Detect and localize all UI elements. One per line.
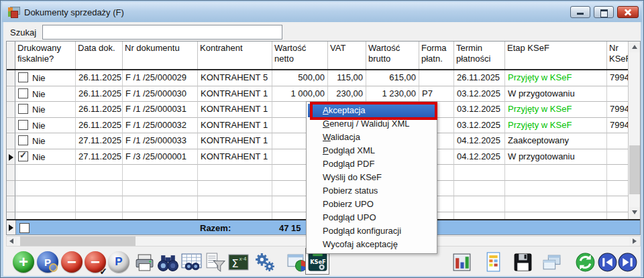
column-header-kontrahent[interactable]: Kontrahent <box>198 42 272 69</box>
search-binoculars-button[interactable] <box>156 250 180 274</box>
window-controls <box>570 6 639 18</box>
column-header-warto-brutto[interactable]: Wartość brutto <box>366 42 419 69</box>
row-checkbox[interactable] <box>18 104 28 114</box>
cell-nr: F /1 /25/000029 <box>123 70 198 86</box>
horizontal-scroll-thumb[interactable] <box>20 236 136 246</box>
scroll-down-button[interactable] <box>629 207 640 218</box>
search-label: Szukaj <box>10 27 36 38</box>
report-icon <box>482 251 504 273</box>
arrow-left-icon <box>9 238 13 244</box>
row-marker-cell <box>7 165 15 181</box>
cell-fiskalnie: Nie <box>15 86 76 102</box>
cell-nr_ksef <box>607 181 628 197</box>
print-button[interactable] <box>132 250 156 274</box>
cell-etap <box>505 181 607 197</box>
app-window: Dokumenty sprzedaży (F) Szukaj Drukowany… <box>0 0 644 278</box>
bar-chart-button[interactable] <box>450 250 474 274</box>
cell-kontrahent: KONTRAHENT 1 <box>198 133 272 149</box>
delete-icon: − <box>61 251 83 273</box>
restore-button[interactable] <box>594 6 614 18</box>
delete-button[interactable]: − <box>60 250 84 274</box>
cell-data_dok: 27.11.2025 <box>76 149 123 165</box>
menu-item-podgl-d-konfiguracji[interactable]: Podgląd konfiguracji <box>308 224 435 238</box>
menu-item-akceptacja[interactable]: Akceptacja <box>308 104 435 117</box>
menu-item-podgl-d-pdf[interactable]: Podgląd PDF <box>308 157 435 171</box>
close-button[interactable] <box>617 6 639 18</box>
search-input[interactable] <box>42 25 282 40</box>
settings-gears-icon <box>254 251 276 273</box>
cell-netto: 1 000,00 <box>272 86 328 102</box>
cell-termin: 26.11.2025 <box>454 70 505 86</box>
cell-termin: 04.12.2025 <box>454 149 505 165</box>
column-header-vat[interactable]: VAT <box>328 42 366 69</box>
cell-termin <box>454 165 505 181</box>
save-button[interactable] <box>511 250 535 274</box>
menu-item-podgl-d-xml[interactable]: Podgląd XML <box>308 144 435 157</box>
column-header-forma-p-atn[interactable]: Forma płatn. <box>419 42 454 69</box>
menu-item-walidacja[interactable]: Walidacja <box>308 131 435 144</box>
cell-forma: P7 <box>419 86 454 102</box>
column-header-drukowany-fiskalnie[interactable]: Drukowany fiskalnie? <box>15 42 76 69</box>
menu-item-pobierz-upo[interactable]: Pobierz UPO <box>308 198 435 211</box>
column-header-nr-ksef[interactable]: Nr KSeF <box>607 42 629 69</box>
column-header-data-dok[interactable]: Data dok. <box>76 42 123 69</box>
filter-button[interactable] <box>203 250 227 274</box>
cell-termin: 03.12.2025 <box>454 86 505 102</box>
add-icon: + <box>13 251 34 273</box>
menu-item-pobierz-status[interactable]: Pobierz status <box>308 184 435 198</box>
last-record-icon <box>616 251 639 273</box>
table-row[interactable]: Nie26.11.2025F /1 /25/000029KONTRAHENT 5… <box>7 70 628 86</box>
menu-item-podgl-d-upo[interactable]: Podgląd UPO <box>308 211 435 224</box>
row-checkbox[interactable] <box>18 120 28 130</box>
vertical-scroll-thumb[interactable] <box>629 145 640 194</box>
menu-item-generuj-waliduj-xml[interactable]: Generuj / Waliduj XML <box>308 117 435 131</box>
sum-button[interactable]: Σx·4 <box>226 250 250 274</box>
report-button[interactable] <box>481 250 505 274</box>
last-record-button[interactable] <box>615 250 639 274</box>
cell-nr: F /1 /25/000032 <box>123 118 198 134</box>
scroll-up-button[interactable] <box>629 42 640 52</box>
cell-termin: 04.12.2025 <box>454 133 505 149</box>
row-marker-header <box>7 42 15 69</box>
edit-preview-button[interactable]: P <box>36 250 60 274</box>
delete-confirm-button[interactable]: − <box>83 250 107 274</box>
column-header-etap-ksef[interactable]: Etap KSeF <box>505 42 607 69</box>
cell-brutto: 615,00 <box>366 70 419 86</box>
row-marker-cell <box>7 149 15 165</box>
cell-termin <box>454 181 505 197</box>
scroll-right-button[interactable] <box>629 236 640 246</box>
cell-nr <box>123 212 198 220</box>
cell-kontrahent <box>198 165 272 181</box>
add-button[interactable]: + <box>11 250 36 274</box>
cell-nr <box>123 181 198 197</box>
copy-windows-icon <box>541 251 563 273</box>
window-title: Dokumenty sprzedaży (F) <box>24 7 124 17</box>
cell-kontrahent: KONTRAHENT 1 <box>198 102 272 118</box>
copy-windows-button[interactable] <box>539 250 564 274</box>
settings-gears-button[interactable] <box>253 250 277 274</box>
table-row[interactable]: Nie26.11.2025F /1 /25/000030KONTRAHENT 1… <box>7 86 628 102</box>
column-header-warto-netto[interactable]: Wartość netto <box>272 42 328 69</box>
minimize-button[interactable] <box>570 6 590 18</box>
parameter-button[interactable]: P <box>107 250 131 274</box>
row-checkbox[interactable] <box>18 88 28 98</box>
summary-total: 47 15 <box>279 223 301 233</box>
cell-etap: Zaakceptowany <box>505 133 607 149</box>
row-checkbox[interactable] <box>18 135 28 145</box>
cell-data_dok <box>76 196 123 212</box>
row-checkbox[interactable] <box>18 151 28 161</box>
table-search-button[interactable] <box>179 250 203 274</box>
menu-item-wy-lij-do-ksef[interactable]: Wyślij do KSeF <box>308 171 435 184</box>
current-row-icon <box>9 154 13 161</box>
menu-item-wycofaj-akceptacj[interactable]: Wycofaj akceptację <box>308 238 435 251</box>
row-checkbox[interactable] <box>18 72 28 82</box>
cell-nr: F /1 /25/000031 <box>123 102 198 118</box>
column-header-nr-dokumentu[interactable]: Nr dokumentu <box>123 42 198 69</box>
cell-etap: Przyjęty w KSeF <box>505 118 607 134</box>
summary-checkbox[interactable] <box>19 223 30 233</box>
cell-etap: W przygotowaniu <box>505 149 607 165</box>
refresh-button[interactable] <box>573 250 597 274</box>
vertical-scrollbar[interactable] <box>628 42 640 219</box>
column-header-termin-p-atno-ci[interactable]: Termin płatności <box>454 42 505 69</box>
scroll-left-button[interactable] <box>7 236 17 246</box>
